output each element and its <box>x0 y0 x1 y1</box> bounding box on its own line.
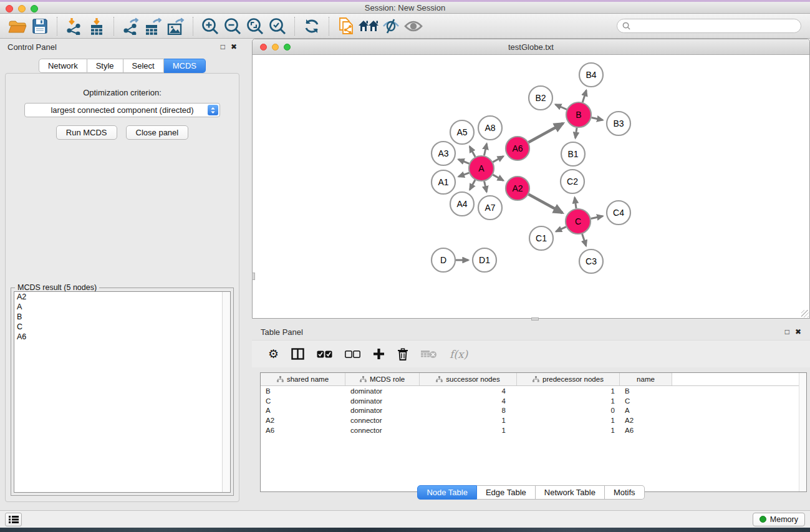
graph-edge[interactable] <box>484 143 486 155</box>
table-cell[interactable]: 1 <box>517 397 620 405</box>
table-row[interactable]: A2connector11A2 <box>261 415 806 425</box>
zoom-selected-button[interactable] <box>266 16 289 37</box>
export-image-button[interactable] <box>165 16 187 37</box>
table-cell[interactable]: A2 <box>620 417 672 424</box>
float-panel-icon[interactable]: □ <box>785 328 789 336</box>
zoom-window-button[interactable] <box>31 5 38 12</box>
table-cell[interactable]: B <box>620 387 672 395</box>
table-scrollbar[interactable] <box>799 373 806 491</box>
table-cell[interactable]: A <box>620 407 672 414</box>
hide-panel-button[interactable] <box>380 16 402 37</box>
table-row[interactable]: A6connector11A6 <box>261 425 806 435</box>
graph-edge[interactable] <box>582 234 586 246</box>
table-cell[interactable]: 1 <box>517 427 620 434</box>
graph-edge[interactable] <box>493 175 503 180</box>
table-cell[interactable]: dominator <box>345 397 420 405</box>
export-network-button[interactable] <box>120 16 142 37</box>
tab-edge-table[interactable]: Edge Table <box>477 485 536 500</box>
mcds-result-item[interactable]: A <box>14 302 230 312</box>
resize-grip-icon[interactable] <box>801 310 809 317</box>
tab-node-table[interactable]: Node Table <box>417 485 477 500</box>
optimization-criterion-select[interactable]: largest connected component (directed) <box>24 103 220 117</box>
table-cell[interactable]: C <box>261 397 345 405</box>
export-table-button[interactable] <box>142 16 165 37</box>
memory-button[interactable]: Memory <box>753 513 805 526</box>
table-row[interactable]: Cdominator41C <box>261 396 806 406</box>
column-header[interactable]: successor nodes <box>420 373 517 385</box>
graph-edge[interactable] <box>582 90 586 102</box>
mcds-result-item[interactable]: A2 <box>14 292 230 302</box>
table-cell[interactable]: dominator <box>345 407 420 414</box>
table-row[interactable]: Adominator80A <box>261 406 806 416</box>
table-cell[interactable]: A <box>261 407 345 414</box>
close-panel-icon[interactable]: ✖ <box>795 328 801 336</box>
graph-edge[interactable] <box>529 123 563 143</box>
list-scrollbar[interactable] <box>222 292 230 492</box>
table-cell[interactable]: A6 <box>620 427 672 434</box>
table-cell[interactable]: 1 <box>517 417 620 424</box>
graph-edge[interactable] <box>591 216 603 218</box>
search-field[interactable] <box>617 19 801 33</box>
graph-edge[interactable] <box>470 180 475 190</box>
node-table[interactable]: shared nameMCDS rolesuccessor nodesprede… <box>260 372 807 492</box>
table-cell[interactable]: connector <box>345 417 420 424</box>
delete-table-icon[interactable] <box>421 349 437 359</box>
table-cell[interactable]: 1 <box>420 417 517 424</box>
splitter-grip[interactable] <box>252 273 255 280</box>
search-input[interactable] <box>630 21 796 31</box>
close-window-button[interactable] <box>6 5 13 12</box>
splitter-grip[interactable] <box>531 317 539 321</box>
graph-edge[interactable] <box>493 157 503 162</box>
task-history-button[interactable] <box>5 513 22 526</box>
run-mcds-button[interactable]: Run MCDS <box>56 125 117 140</box>
close-panel-icon[interactable]: ✖ <box>231 43 237 51</box>
table-cell[interactable]: 1 <box>420 427 517 434</box>
network-canvas[interactable]: B4B2BB3A8A5A6A3B1AA1C2A2A4A7C4CC1C3DD1 <box>253 55 809 318</box>
mcds-result-item[interactable]: B <box>14 312 230 322</box>
graph-edge[interactable] <box>485 181 487 191</box>
home-neighbors-button[interactable] <box>357 16 380 37</box>
import-table-button[interactable] <box>85 16 108 37</box>
table-cell[interactable]: 8 <box>420 407 517 414</box>
show-column-icon[interactable] <box>291 348 304 360</box>
graph-edge[interactable] <box>556 105 567 110</box>
column-header[interactable]: name <box>620 373 672 385</box>
tab-network[interactable]: Network <box>39 59 87 73</box>
tab-select[interactable]: Select <box>123 59 164 73</box>
clone-network-button[interactable] <box>335 16 357 37</box>
network-window-titlebar[interactable]: testGlobe.txt <box>253 39 809 55</box>
mcds-result-item[interactable]: C <box>14 322 230 332</box>
graph-edge[interactable] <box>556 227 566 231</box>
zoom-in-button[interactable] <box>199 16 221 37</box>
table-cell[interactable]: dominator <box>345 387 420 395</box>
tab-network-table[interactable]: Network Table <box>536 485 605 500</box>
zoom-network-button[interactable] <box>284 44 291 51</box>
tab-mcds[interactable]: MCDS <box>164 59 206 73</box>
add-column-icon[interactable] <box>373 348 385 360</box>
refresh-button[interactable] <box>301 16 323 37</box>
function-builder-icon[interactable]: f(x) <box>450 348 468 360</box>
table-options-gear-icon[interactable]: ⚙ <box>268 348 279 360</box>
table-cell[interactable]: 4 <box>420 387 517 395</box>
graph-edge[interactable] <box>592 117 603 120</box>
window-controls[interactable] <box>6 5 38 12</box>
table-cell[interactable]: connector <box>345 427 420 434</box>
delete-column-icon[interactable] <box>397 348 408 360</box>
import-network-button[interactable] <box>63 16 85 37</box>
float-panel-icon[interactable]: □ <box>221 43 225 51</box>
save-session-button[interactable] <box>29 16 51 37</box>
column-header[interactable]: shared name <box>261 373 345 385</box>
mcds-result-item[interactable]: A6 <box>14 332 230 342</box>
minimize-network-button[interactable] <box>272 44 279 51</box>
zoom-out-button[interactable] <box>221 16 244 37</box>
select-all-rows-icon[interactable] <box>317 351 332 358</box>
tab-motifs[interactable]: Motifs <box>605 485 645 500</box>
graph-edge[interactable] <box>529 195 562 213</box>
table-cell[interactable]: C <box>620 397 672 405</box>
column-header[interactable]: predecessor nodes <box>517 373 620 385</box>
open-session-button[interactable] <box>6 16 29 37</box>
table-cell[interactable]: A6 <box>261 427 345 434</box>
graph-edge[interactable] <box>575 198 576 208</box>
minimize-window-button[interactable] <box>18 5 26 12</box>
table-cell[interactable]: 4 <box>420 397 517 405</box>
